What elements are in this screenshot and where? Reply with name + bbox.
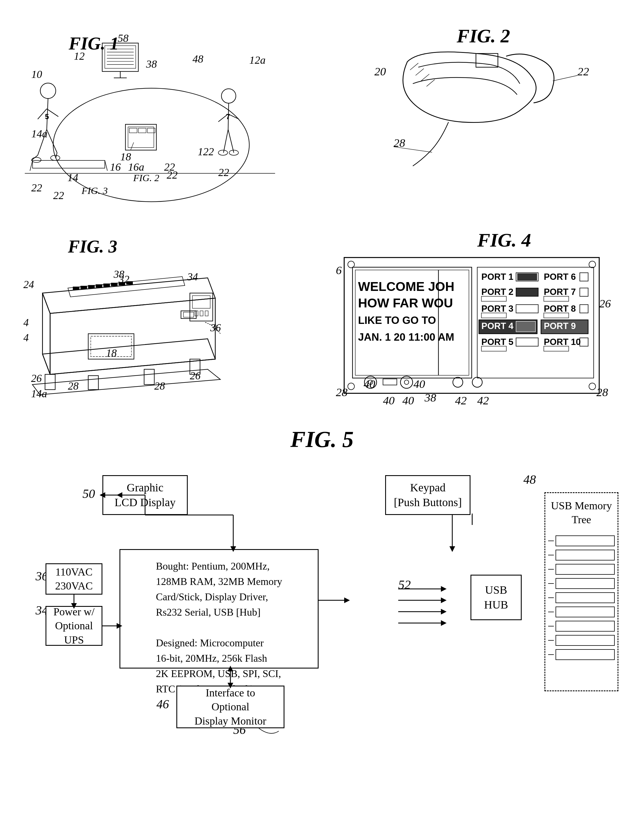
svg-rect-104 [192,296,210,308]
svg-rect-141 [518,274,537,280]
svg-point-56 [32,157,41,162]
svg-rect-147 [580,288,588,296]
svg-line-37 [31,155,38,161]
svg-text:JAN. 1 20  11:00 AM: JAN. 1 20 11:00 AM [358,331,454,343]
svg-point-173 [472,377,482,387]
svg-rect-45 [130,128,137,133]
svg-rect-151 [516,305,538,313]
usb-memory-tree-label: USB Memory Tree [548,499,615,527]
svg-text:PORT 3: PORT 3 [481,304,513,313]
svg-text:PORT 7: PORT 7 [544,287,576,297]
svg-text:58: 58 [118,32,128,44]
svg-text:PORT 10: PORT 10 [544,337,581,347]
svg-rect-95 [104,284,110,287]
svg-rect-96 [111,283,117,286]
ref-48: 48 [523,472,536,487]
svg-rect-171 [383,379,397,385]
svg-text:40: 40 [402,394,414,407]
svg-rect-106 [200,311,203,316]
svg-rect-164 [580,338,588,346]
usb-hub-text: USB HUB [484,582,508,612]
fig5-label: FIG. 5 [291,427,353,452]
svg-line-42 [105,161,107,171]
svg-point-127 [348,261,355,267]
svg-point-58 [219,150,228,155]
svg-marker-194 [441,586,447,592]
svg-text:LIKE TO GO TO: LIKE TO GO TO [358,314,436,326]
svg-text:7: 7 [226,113,230,121]
svg-rect-154 [481,313,506,318]
fig1-drawing: FIG. 1 10 12 38 48 58 12a 18 16 16a 14 2… [17,17,352,216]
svg-text:48: 48 [192,53,204,65]
svg-text:12a: 12a [249,54,265,66]
svg-marker-175 [449,546,455,552]
svg-point-128 [589,261,595,267]
svg-point-48 [221,89,236,103]
svg-rect-94 [96,284,102,287]
svg-text:PORT 1: PORT 1 [481,272,513,282]
power-ups-text: Power w/ Optional UPS [54,605,95,647]
svg-rect-143 [580,273,588,281]
svg-text:PORT 4: PORT 4 [481,321,513,331]
svg-text:22: 22 [167,169,177,181]
block-diagram: 50 48 36 34 46 52 54 56 Graphic LCD Disp… [17,464,627,734]
svg-text:10: 10 [31,68,42,80]
svg-rect-98 [126,282,133,285]
svg-rect-103 [190,293,212,321]
fig3-drawing: FIG. 3 24 4 4 32 34 36 18 28 28 26 26 14… [17,222,322,415]
middle-section: FIG. 3 24 4 4 32 34 36 18 28 28 26 26 14… [17,222,627,415]
graphic-lcd-text: Graphic LCD Display [115,480,176,510]
svg-text:34: 34 [187,271,198,283]
svg-rect-158 [516,322,536,332]
svg-line-66 [410,63,419,70]
svg-text:40: 40 [414,377,425,390]
microcomputer-text: Bought: Pentium, 200MHz, 128MB RAM, 32MB… [156,558,282,697]
usb-memory-tree-block: USB Memory Tree [544,492,618,691]
svg-text:PORT 9: PORT 9 [544,321,576,331]
svg-rect-97 [118,282,125,285]
fig2-drawing: FIG. 2 20 22 28 [352,17,627,216]
svg-text:20: 20 [375,65,386,78]
svg-rect-162 [516,338,538,346]
power-input-text: 110VAC 230VAC [55,565,93,593]
svg-rect-109 [88,376,99,390]
svg-rect-165 [481,346,506,351]
svg-text:22: 22 [219,166,229,178]
ref-50: 50 [82,487,95,501]
svg-text:16a: 16a [128,161,144,173]
svg-text:22: 22 [31,182,42,194]
svg-text:FIG. 3: FIG. 3 [68,236,117,256]
svg-marker-200 [441,620,447,626]
svg-marker-89 [43,339,215,374]
svg-marker-192 [344,597,350,603]
microcomputer-block: Bought: Pentium, 200MHz, 128MB RAM, 32MB… [120,549,319,669]
svg-text:122: 122 [198,146,214,158]
svg-point-172 [453,377,463,387]
interface-monitor-text: Interface to Optional Display Monitor [195,686,266,728]
svg-text:22: 22 [577,65,589,78]
svg-line-41 [30,161,33,171]
svg-text:4: 4 [23,317,29,328]
svg-text:FIG. 2: FIG. 2 [133,172,159,183]
ref-46: 46 [156,697,169,712]
svg-rect-46 [138,128,146,133]
svg-rect-145 [516,288,538,296]
svg-text:28: 28 [154,380,165,392]
svg-point-20 [53,88,249,202]
svg-text:42: 42 [455,394,467,407]
power-input-block: 110VAC 230VAC [46,563,102,595]
svg-line-67 [416,69,424,75]
svg-rect-153 [580,305,588,313]
svg-rect-155 [544,313,569,318]
svg-text:28: 28 [336,386,348,399]
svg-marker-88 [50,298,215,374]
keypad-block: Keypad [Push Buttons] [385,475,470,515]
svg-text:40: 40 [383,394,394,407]
svg-rect-93 [88,285,94,288]
svg-line-69 [427,80,435,87]
svg-rect-44 [128,127,154,148]
svg-text:26: 26 [599,297,611,310]
svg-text:PORT 2: PORT 2 [481,287,513,297]
svg-text:24: 24 [23,279,34,290]
svg-text:12: 12 [74,50,85,62]
